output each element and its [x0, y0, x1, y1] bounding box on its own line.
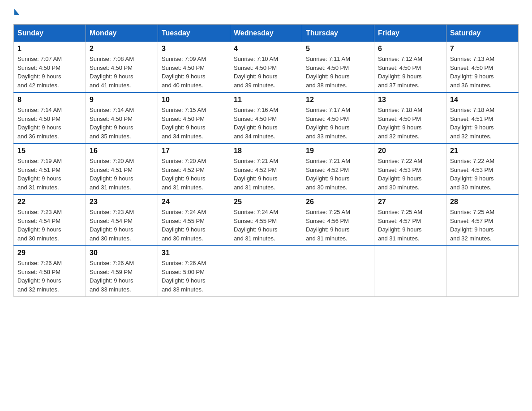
- day-number: 24: [162, 198, 226, 206]
- day-info: Sunrise: 7:14 AMSunset: 4:50 PMDaylight:…: [17, 107, 62, 140]
- column-header-friday: Friday: [374, 25, 446, 42]
- calendar-cell: 27 Sunrise: 7:25 AMSunset: 4:57 PMDaylig…: [374, 195, 446, 246]
- week-row-3: 15 Sunrise: 7:19 AMSunset: 4:51 PMDaylig…: [14, 144, 519, 195]
- day-number: 6: [378, 45, 442, 53]
- day-info: Sunrise: 7:26 AMSunset: 4:58 PMDaylight:…: [17, 260, 62, 293]
- day-info: Sunrise: 7:22 AMSunset: 4:53 PMDaylight:…: [450, 158, 494, 191]
- calendar-cell: 2 Sunrise: 7:08 AMSunset: 4:50 PMDayligh…: [86, 42, 158, 93]
- calendar-cell: 6 Sunrise: 7:12 AMSunset: 4:50 PMDayligh…: [374, 42, 446, 93]
- calendar-cell: [374, 246, 446, 297]
- day-number: 9: [90, 96, 154, 104]
- day-info: Sunrise: 7:25 AMSunset: 4:57 PMDaylight:…: [450, 209, 494, 242]
- calendar-cell: 24 Sunrise: 7:24 AMSunset: 4:55 PMDaylig…: [158, 195, 230, 246]
- day-info: Sunrise: 7:08 AMSunset: 4:50 PMDaylight:…: [90, 56, 134, 89]
- calendar-cell: 18 Sunrise: 7:21 AMSunset: 4:52 PMDaylig…: [230, 144, 302, 195]
- day-info: Sunrise: 7:22 AMSunset: 4:53 PMDaylight:…: [378, 158, 422, 191]
- day-info: Sunrise: 7:14 AMSunset: 4:50 PMDaylight:…: [90, 107, 134, 140]
- day-info: Sunrise: 7:23 AMSunset: 4:54 PMDaylight:…: [90, 209, 134, 242]
- calendar-cell: 21 Sunrise: 7:22 AMSunset: 4:53 PMDaylig…: [446, 144, 519, 195]
- day-number: 1: [17, 45, 82, 53]
- calendar-cell: 7 Sunrise: 7:13 AMSunset: 4:50 PMDayligh…: [446, 42, 519, 93]
- day-info: Sunrise: 7:24 AMSunset: 4:55 PMDaylight:…: [234, 209, 278, 242]
- calendar-cell: 26 Sunrise: 7:25 AMSunset: 4:56 PMDaylig…: [302, 195, 374, 246]
- day-info: Sunrise: 7:07 AMSunset: 4:50 PMDaylight:…: [17, 56, 62, 89]
- day-info: Sunrise: 7:12 AMSunset: 4:50 PMDaylight:…: [378, 56, 422, 89]
- calendar-cell: 23 Sunrise: 7:23 AMSunset: 4:54 PMDaylig…: [86, 195, 158, 246]
- day-info: Sunrise: 7:26 AMSunset: 4:59 PMDaylight:…: [90, 260, 134, 293]
- day-number: 27: [378, 198, 442, 206]
- day-info: Sunrise: 7:21 AMSunset: 4:52 PMDaylight:…: [306, 158, 350, 191]
- day-number: 25: [234, 198, 298, 206]
- day-info: Sunrise: 7:23 AMSunset: 4:54 PMDaylight:…: [17, 209, 62, 242]
- day-info: Sunrise: 7:26 AMSunset: 5:00 PMDaylight:…: [162, 260, 206, 293]
- day-number: 15: [17, 147, 82, 155]
- calendar-cell: 30 Sunrise: 7:26 AMSunset: 4:59 PMDaylig…: [86, 246, 158, 297]
- calendar-cell: 15 Sunrise: 7:19 AMSunset: 4:51 PMDaylig…: [14, 144, 86, 195]
- day-info: Sunrise: 7:25 AMSunset: 4:56 PMDaylight:…: [306, 209, 350, 242]
- calendar-cell: 1 Sunrise: 7:07 AMSunset: 4:50 PMDayligh…: [14, 42, 86, 93]
- day-info: Sunrise: 7:15 AMSunset: 4:50 PMDaylight:…: [162, 107, 206, 140]
- logo-arrow-icon: [14, 9, 20, 15]
- day-info: Sunrise: 7:11 AMSunset: 4:50 PMDaylight:…: [306, 56, 350, 89]
- day-number: 5: [306, 45, 370, 53]
- day-info: Sunrise: 7:21 AMSunset: 4:52 PMDaylight:…: [234, 158, 278, 191]
- day-number: 12: [306, 96, 370, 104]
- calendar-cell: 3 Sunrise: 7:09 AMSunset: 4:50 PMDayligh…: [158, 42, 230, 93]
- week-row-5: 29 Sunrise: 7:26 AMSunset: 4:58 PMDaylig…: [14, 246, 519, 297]
- logo: [13, 9, 20, 16]
- calendar-cell: 8 Sunrise: 7:14 AMSunset: 4:50 PMDayligh…: [14, 93, 86, 144]
- column-header-monday: Monday: [86, 25, 158, 42]
- day-info: Sunrise: 7:16 AMSunset: 4:50 PMDaylight:…: [234, 107, 278, 140]
- column-header-thursday: Thursday: [302, 25, 374, 42]
- day-number: 21: [450, 147, 515, 155]
- day-number: 10: [162, 96, 226, 104]
- calendar-cell: 13 Sunrise: 7:18 AMSunset: 4:50 PMDaylig…: [374, 93, 446, 144]
- day-info: Sunrise: 7:20 AMSunset: 4:52 PMDaylight:…: [162, 158, 206, 191]
- day-info: Sunrise: 7:09 AMSunset: 4:50 PMDaylight:…: [162, 56, 206, 89]
- calendar-cell: 10 Sunrise: 7:15 AMSunset: 4:50 PMDaylig…: [158, 93, 230, 144]
- calendar-cell: 12 Sunrise: 7:17 AMSunset: 4:50 PMDaylig…: [302, 93, 374, 144]
- logo-row: [13, 9, 20, 16]
- column-header-sunday: Sunday: [14, 25, 86, 42]
- day-number: 20: [378, 147, 442, 155]
- calendar-cell: 22 Sunrise: 7:23 AMSunset: 4:54 PMDaylig…: [14, 195, 86, 246]
- day-info: Sunrise: 7:10 AMSunset: 4:50 PMDaylight:…: [234, 56, 278, 89]
- calendar-cell: 28 Sunrise: 7:25 AMSunset: 4:57 PMDaylig…: [446, 195, 519, 246]
- calendar-cell: 5 Sunrise: 7:11 AMSunset: 4:50 PMDayligh…: [302, 42, 374, 93]
- day-number: 18: [234, 147, 298, 155]
- day-info: Sunrise: 7:24 AMSunset: 4:55 PMDaylight:…: [162, 209, 206, 242]
- day-number: 23: [90, 198, 154, 206]
- day-number: 8: [17, 96, 82, 104]
- column-header-wednesday: Wednesday: [230, 25, 302, 42]
- column-header-tuesday: Tuesday: [158, 25, 230, 42]
- calendar-header-row: SundayMondayTuesdayWednesdayThursdayFrid…: [14, 25, 519, 42]
- day-number: 11: [234, 96, 298, 104]
- column-header-saturday: Saturday: [446, 25, 519, 42]
- day-number: 17: [162, 147, 226, 155]
- day-number: 7: [450, 45, 515, 53]
- calendar-table: SundayMondayTuesdayWednesdayThursdayFrid…: [13, 24, 519, 297]
- calendar-cell: [446, 246, 519, 297]
- day-info: Sunrise: 7:25 AMSunset: 4:57 PMDaylight:…: [378, 209, 422, 242]
- day-info: Sunrise: 7:17 AMSunset: 4:50 PMDaylight:…: [306, 107, 350, 140]
- calendar-cell: 4 Sunrise: 7:10 AMSunset: 4:50 PMDayligh…: [230, 42, 302, 93]
- day-info: Sunrise: 7:13 AMSunset: 4:50 PMDaylight:…: [450, 56, 494, 89]
- calendar-cell: 19 Sunrise: 7:21 AMSunset: 4:52 PMDaylig…: [302, 144, 374, 195]
- day-number: 31: [162, 249, 226, 257]
- day-number: 4: [234, 45, 298, 53]
- day-number: 14: [450, 96, 515, 104]
- day-number: 28: [450, 198, 515, 206]
- day-number: 30: [90, 249, 154, 257]
- calendar-cell: 16 Sunrise: 7:20 AMSunset: 4:51 PMDaylig…: [86, 144, 158, 195]
- day-number: 2: [90, 45, 154, 53]
- calendar-cell: 17 Sunrise: 7:20 AMSunset: 4:52 PMDaylig…: [158, 144, 230, 195]
- calendar-cell: 20 Sunrise: 7:22 AMSunset: 4:53 PMDaylig…: [374, 144, 446, 195]
- week-row-1: 1 Sunrise: 7:07 AMSunset: 4:50 PMDayligh…: [14, 42, 519, 93]
- day-number: 13: [378, 96, 442, 104]
- calendar-cell: 31 Sunrise: 7:26 AMSunset: 5:00 PMDaylig…: [158, 246, 230, 297]
- calendar-cell: 25 Sunrise: 7:24 AMSunset: 4:55 PMDaylig…: [230, 195, 302, 246]
- day-info: Sunrise: 7:20 AMSunset: 4:51 PMDaylight:…: [90, 158, 134, 191]
- day-number: 29: [17, 249, 82, 257]
- day-number: 3: [162, 45, 226, 53]
- day-info: Sunrise: 7:18 AMSunset: 4:51 PMDaylight:…: [450, 107, 494, 140]
